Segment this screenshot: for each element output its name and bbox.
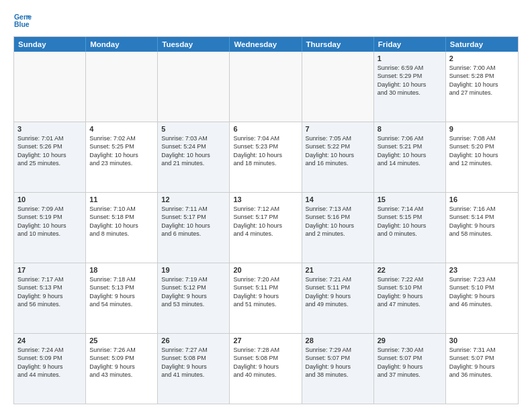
- calendar-cell-3-7: 16Sunrise: 7:16 AM Sunset: 5:14 PM Dayli…: [446, 193, 518, 263]
- day-info: Sunrise: 7:03 AM Sunset: 5:24 PM Dayligh…: [161, 134, 226, 167]
- calendar-cell-2-7: 9Sunrise: 7:08 AM Sunset: 5:20 PM Daylig…: [446, 122, 518, 192]
- calendar-cell-2-3: 5Sunrise: 7:03 AM Sunset: 5:24 PM Daylig…: [158, 122, 230, 192]
- day-info: Sunrise: 7:29 AM Sunset: 5:07 PM Dayligh…: [306, 346, 370, 379]
- day-number: 20: [233, 265, 298, 275]
- day-info: Sunrise: 7:23 AM Sunset: 5:10 PM Dayligh…: [449, 275, 515, 308]
- header: General Blue: [13, 11, 519, 30]
- calendar-cell-5-7: 30Sunrise: 7:31 AM Sunset: 5:07 PM Dayli…: [446, 334, 518, 404]
- calendar-cell-1-1: [14, 52, 86, 122]
- day-info: Sunrise: 7:11 AM Sunset: 5:17 PM Dayligh…: [161, 205, 226, 238]
- calendar-cell-4-7: 23Sunrise: 7:23 AM Sunset: 5:10 PM Dayli…: [446, 263, 518, 333]
- day-number: 15: [378, 195, 442, 204]
- weekday-header-sunday: Sunday: [14, 37, 86, 52]
- day-info: Sunrise: 7:22 AM Sunset: 5:10 PM Dayligh…: [378, 275, 442, 308]
- calendar-cell-4-5: 21Sunrise: 7:21 AM Sunset: 5:11 PM Dayli…: [302, 263, 374, 333]
- calendar-row-2: 3Sunrise: 7:01 AM Sunset: 5:26 PM Daylig…: [14, 122, 518, 192]
- day-info: Sunrise: 7:02 AM Sunset: 5:25 PM Dayligh…: [89, 134, 154, 167]
- day-number: 28: [306, 336, 370, 345]
- calendar-body: 1Sunrise: 6:59 AM Sunset: 5:29 PM Daylig…: [14, 52, 518, 404]
- day-number: 18: [89, 265, 154, 275]
- logo-icon: General Blue: [13, 11, 32, 30]
- day-number: 6: [233, 124, 298, 134]
- day-info: Sunrise: 7:12 AM Sunset: 5:17 PM Dayligh…: [233, 205, 298, 238]
- calendar-cell-2-5: 7Sunrise: 7:05 AM Sunset: 5:22 PM Daylig…: [302, 122, 374, 192]
- day-number: 26: [161, 336, 226, 345]
- day-info: Sunrise: 7:08 AM Sunset: 5:20 PM Dayligh…: [449, 134, 515, 167]
- day-info: Sunrise: 7:04 AM Sunset: 5:23 PM Dayligh…: [233, 134, 298, 167]
- calendar-cell-5-1: 24Sunrise: 7:24 AM Sunset: 5:09 PM Dayli…: [14, 334, 86, 404]
- day-info: Sunrise: 7:06 AM Sunset: 5:21 PM Dayligh…: [378, 134, 442, 167]
- svg-text:Blue: Blue: [14, 20, 30, 28]
- calendar-cell-3-2: 11Sunrise: 7:10 AM Sunset: 5:18 PM Dayli…: [86, 193, 158, 263]
- calendar-header: SundayMondayTuesdayWednesdayThursdayFrid…: [14, 37, 518, 52]
- day-info: Sunrise: 7:30 AM Sunset: 5:07 PM Dayligh…: [378, 346, 442, 379]
- day-number: 8: [378, 124, 442, 134]
- day-info: Sunrise: 7:00 AM Sunset: 5:28 PM Dayligh…: [449, 64, 515, 97]
- day-number: 12: [161, 195, 226, 204]
- day-number: 3: [17, 124, 82, 134]
- day-number: 16: [449, 195, 515, 204]
- day-number: 9: [449, 124, 515, 134]
- day-info: Sunrise: 7:31 AM Sunset: 5:07 PM Dayligh…: [449, 346, 515, 379]
- day-number: 25: [89, 336, 154, 345]
- day-number: 4: [89, 124, 154, 134]
- day-info: Sunrise: 7:20 AM Sunset: 5:11 PM Dayligh…: [233, 275, 298, 308]
- calendar-cell-5-4: 27Sunrise: 7:28 AM Sunset: 5:08 PM Dayli…: [230, 334, 302, 404]
- calendar-cell-4-4: 20Sunrise: 7:20 AM Sunset: 5:11 PM Dayli…: [230, 263, 302, 333]
- day-number: 30: [449, 336, 515, 345]
- calendar-cell-2-1: 3Sunrise: 7:01 AM Sunset: 5:26 PM Daylig…: [14, 122, 86, 192]
- day-info: Sunrise: 6:59 AM Sunset: 5:29 PM Dayligh…: [378, 64, 442, 97]
- day-info: Sunrise: 7:19 AM Sunset: 5:12 PM Dayligh…: [161, 275, 226, 308]
- day-number: 23: [449, 265, 515, 275]
- day-info: Sunrise: 7:10 AM Sunset: 5:18 PM Dayligh…: [89, 205, 154, 238]
- logo: General Blue: [13, 11, 35, 30]
- day-info: Sunrise: 7:24 AM Sunset: 5:09 PM Dayligh…: [17, 346, 82, 379]
- day-number: 14: [306, 195, 370, 204]
- calendar-cell-5-3: 26Sunrise: 7:27 AM Sunset: 5:08 PM Dayli…: [158, 334, 230, 404]
- calendar-cell-3-1: 10Sunrise: 7:09 AM Sunset: 5:19 PM Dayli…: [14, 193, 86, 263]
- day-number: 10: [17, 195, 82, 204]
- day-number: 21: [306, 265, 370, 275]
- day-number: 7: [306, 124, 370, 134]
- day-number: 27: [233, 336, 298, 345]
- day-info: Sunrise: 7:28 AM Sunset: 5:08 PM Dayligh…: [233, 346, 298, 379]
- page: General Blue SundayMondayTuesdayWednesda…: [0, 0, 532, 411]
- day-number: 5: [161, 124, 226, 134]
- calendar-row-1: 1Sunrise: 6:59 AM Sunset: 5:29 PM Daylig…: [14, 52, 518, 122]
- calendar: SundayMondayTuesdayWednesdayThursdayFrid…: [13, 36, 519, 404]
- calendar-cell-3-5: 14Sunrise: 7:13 AM Sunset: 5:16 PM Dayli…: [302, 193, 374, 263]
- calendar-row-4: 17Sunrise: 7:17 AM Sunset: 5:13 PM Dayli…: [14, 263, 518, 333]
- day-number: 2: [449, 54, 515, 63]
- day-info: Sunrise: 7:16 AM Sunset: 5:14 PM Dayligh…: [449, 205, 515, 238]
- calendar-cell-4-3: 19Sunrise: 7:19 AM Sunset: 5:12 PM Dayli…: [158, 263, 230, 333]
- calendar-cell-5-5: 28Sunrise: 7:29 AM Sunset: 5:07 PM Dayli…: [302, 334, 374, 404]
- calendar-cell-1-2: [86, 52, 158, 122]
- calendar-cell-5-2: 25Sunrise: 7:26 AM Sunset: 5:09 PM Dayli…: [86, 334, 158, 404]
- calendar-row-3: 10Sunrise: 7:09 AM Sunset: 5:19 PM Dayli…: [14, 192, 518, 263]
- day-info: Sunrise: 7:17 AM Sunset: 5:13 PM Dayligh…: [17, 275, 82, 308]
- calendar-cell-4-1: 17Sunrise: 7:17 AM Sunset: 5:13 PM Dayli…: [14, 263, 86, 333]
- day-number: 19: [161, 265, 226, 275]
- day-info: Sunrise: 7:21 AM Sunset: 5:11 PM Dayligh…: [306, 275, 370, 308]
- day-info: Sunrise: 7:09 AM Sunset: 5:19 PM Dayligh…: [17, 205, 82, 238]
- day-info: Sunrise: 7:01 AM Sunset: 5:26 PM Dayligh…: [17, 134, 82, 167]
- calendar-cell-1-4: [230, 52, 302, 122]
- calendar-cell-2-2: 4Sunrise: 7:02 AM Sunset: 5:25 PM Daylig…: [86, 122, 158, 192]
- day-info: Sunrise: 7:14 AM Sunset: 5:15 PM Dayligh…: [378, 205, 442, 238]
- calendar-cell-2-4: 6Sunrise: 7:04 AM Sunset: 5:23 PM Daylig…: [230, 122, 302, 192]
- calendar-cell-4-6: 22Sunrise: 7:22 AM Sunset: 5:10 PM Dayli…: [374, 263, 446, 333]
- weekday-header-saturday: Saturday: [446, 37, 518, 52]
- calendar-cell-3-3: 12Sunrise: 7:11 AM Sunset: 5:17 PM Dayli…: [158, 193, 230, 263]
- day-number: 1: [378, 54, 442, 63]
- day-number: 22: [378, 265, 442, 275]
- day-info: Sunrise: 7:27 AM Sunset: 5:08 PM Dayligh…: [161, 346, 226, 379]
- weekday-header-wednesday: Wednesday: [230, 37, 302, 52]
- day-number: 13: [233, 195, 298, 204]
- weekday-header-tuesday: Tuesday: [158, 37, 230, 52]
- day-number: 17: [17, 265, 82, 275]
- calendar-cell-1-3: [158, 52, 230, 122]
- calendar-cell-2-6: 8Sunrise: 7:06 AM Sunset: 5:21 PM Daylig…: [374, 122, 446, 192]
- calendar-row-5: 24Sunrise: 7:24 AM Sunset: 5:09 PM Dayli…: [14, 333, 518, 404]
- weekday-header-thursday: Thursday: [302, 37, 374, 52]
- weekday-header-monday: Monday: [86, 37, 158, 52]
